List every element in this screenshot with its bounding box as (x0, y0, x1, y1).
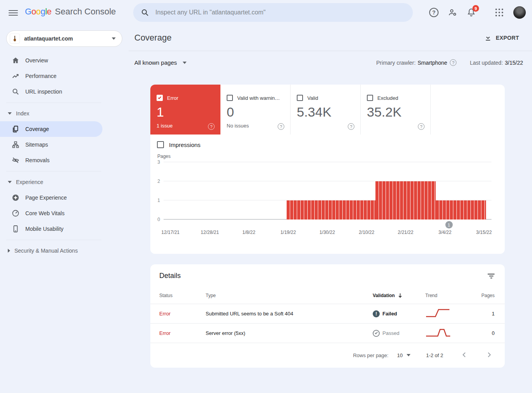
help-icon[interactable]: ? (348, 123, 354, 130)
error-issues: 1 issue (157, 123, 214, 129)
error-card[interactable]: Error 1 1 issue ? (150, 85, 220, 135)
crawler-help-icon[interactable]: ? (450, 59, 456, 66)
chart-x-axis: 12/17/2112/28/211/8/221/19/221/30/222/10… (164, 220, 491, 237)
page-experience-icon (12, 194, 19, 202)
filter-list-icon[interactable] (488, 273, 495, 278)
export-button[interactable]: EXPORT (484, 34, 519, 41)
page-filter-dropdown[interactable]: All known pages (134, 59, 187, 66)
column-header-validation[interactable]: Validation (373, 293, 425, 298)
chart-annotation-marker[interactable]: 1 (445, 221, 453, 228)
chevron-down-icon[interactable] (407, 354, 410, 356)
hamburger-menu-icon[interactable] (9, 9, 18, 17)
excluded-checkbox[interactable] (367, 95, 373, 101)
chart-bar-segment[interactable] (436, 200, 486, 220)
search-input[interactable] (155, 9, 405, 16)
valid-count: 5.34K (297, 104, 354, 120)
sidebar-item-page-experience[interactable]: Page Experience (0, 190, 129, 205)
help-button[interactable]: ? (429, 8, 439, 17)
row-type: Submitted URL seems to be a Soft 404 (206, 311, 373, 317)
rows-per-page-select[interactable]: 10 (397, 352, 402, 358)
sidebar-item-performance[interactable]: Performance (0, 68, 129, 84)
magnifier-icon (12, 88, 19, 96)
top-bar-actions: ? 9 (420, 0, 526, 25)
user-settings-button[interactable] (448, 8, 457, 17)
next-page-button[interactable] (485, 351, 493, 360)
property-selector[interactable]: atlantaquartet.com (6, 30, 122, 47)
column-header-trend[interactable]: Trend (425, 293, 471, 298)
y-axis-tick: 0 (157, 217, 160, 222)
sidebar-item-overview[interactable]: Overview (0, 53, 129, 68)
row-type: Server error (5xx) (206, 330, 373, 336)
help-icon[interactable]: ? (418, 123, 425, 130)
sidebar-item-mobile-usability[interactable]: Mobile Usability (0, 221, 129, 237)
impressions-checkbox[interactable] (157, 141, 164, 148)
logo-google-word: Google (25, 7, 51, 17)
table-row[interactable]: Error Submitted URL seems to be a Soft 4… (150, 304, 505, 324)
sidebar-item-url-inspection[interactable]: URL inspection (0, 84, 129, 99)
x-axis-tick: 1/8/22 (242, 230, 255, 235)
y-axis-tick: 2 (157, 179, 160, 184)
sidebar-item-core-web-vitals[interactable]: Core Web Vitals (0, 205, 129, 221)
sidebar-section-index[interactable]: Index (0, 106, 129, 121)
coverage-pages-icon (12, 125, 19, 133)
sidebar-divider (6, 240, 101, 240)
chevron-right-icon (485, 351, 493, 359)
top-bar: Google Search Console ? 9 (0, 0, 532, 25)
chart-gridline (164, 162, 491, 162)
validation-status: Failed (382, 311, 397, 317)
sitemap-icon (12, 141, 19, 149)
table-row[interactable]: Error Server error (5xx) Passed 0 (150, 324, 505, 343)
sort-descending-icon (398, 293, 403, 298)
filter-row: All known pages Primary crawler: Smartph… (129, 51, 532, 74)
error-count: 1 (157, 104, 214, 120)
y-axis-label: Pages (157, 154, 505, 159)
x-axis-tick: 3/15/22 (476, 230, 492, 235)
trend-sparkline-step-up (425, 307, 450, 319)
coverage-summary-panel: Error 1 1 issue ? Valid with warnin… 0 N… (150, 85, 505, 254)
excluded-count: 35.2K (367, 104, 424, 120)
column-header-pages[interactable]: Pages (471, 293, 495, 298)
page-header: Coverage EXPORT (129, 25, 532, 51)
x-axis-tick: 1/19/22 (280, 230, 296, 235)
sidebar-section-experience[interactable]: Experience (0, 174, 129, 190)
previous-page-button[interactable] (460, 351, 468, 360)
sidebar-item-sitemaps[interactable]: Sitemaps (0, 137, 129, 152)
url-inspect-search-bar[interactable] (133, 3, 413, 22)
help-icon: ? (429, 8, 439, 17)
chevron-down-icon (8, 181, 12, 183)
sidebar-section-security-manual-actions[interactable]: Security & Manual Actions (0, 243, 129, 258)
google-apps-grid-icon[interactable] (495, 9, 503, 16)
error-checkbox-checked[interactable] (157, 95, 163, 101)
notifications-button[interactable]: 9 (467, 8, 476, 17)
phone-icon (12, 225, 19, 233)
impressions-label: Impressions (169, 142, 201, 148)
chart-bar-segment[interactable] (287, 200, 375, 220)
user-gear-icon (448, 8, 457, 17)
chart-gridline (164, 181, 491, 181)
notification-badge: 9 (472, 5, 479, 12)
failed-icon: ! (373, 310, 380, 317)
pages-chart: Pages 0123 12/17/2112/28/211/8/221/19/22… (157, 154, 505, 237)
sidebar-item-coverage[interactable]: Coverage (0, 121, 102, 137)
app-logo[interactable]: Google Search Console (25, 7, 116, 17)
row-status: Error (159, 330, 206, 336)
sidebar-nav: Overview Performance URL inspection Inde… (0, 53, 129, 258)
help-icon[interactable]: ? (208, 123, 215, 130)
y-axis-tick: 3 (157, 159, 160, 165)
sidebar-item-removals[interactable]: Removals (0, 152, 129, 168)
sidebar-divider (6, 103, 101, 103)
valid-checkbox[interactable] (297, 95, 303, 101)
help-icon[interactable]: ? (278, 123, 284, 130)
google-search-console-coverage-page: { "colors": { "page_bg": "#eef2fb", "pan… (0, 0, 532, 393)
excluded-card[interactable]: Excluded 35.2K ? (361, 85, 431, 135)
valid-warnings-checkbox[interactable] (227, 95, 233, 101)
valid-with-warnings-card[interactable]: Valid with warnin… 0 No issues ? (220, 85, 291, 135)
chart-bar-segment[interactable] (375, 181, 436, 220)
sidebar-divider (6, 171, 101, 172)
eye-off-icon (12, 156, 19, 164)
valid-card[interactable]: Valid 5.34K ? (291, 85, 361, 135)
column-header-type[interactable]: Type (206, 293, 373, 298)
chevron-down-icon (183, 62, 187, 64)
account-avatar[interactable] (513, 6, 526, 19)
column-header-status[interactable]: Status (159, 293, 206, 298)
